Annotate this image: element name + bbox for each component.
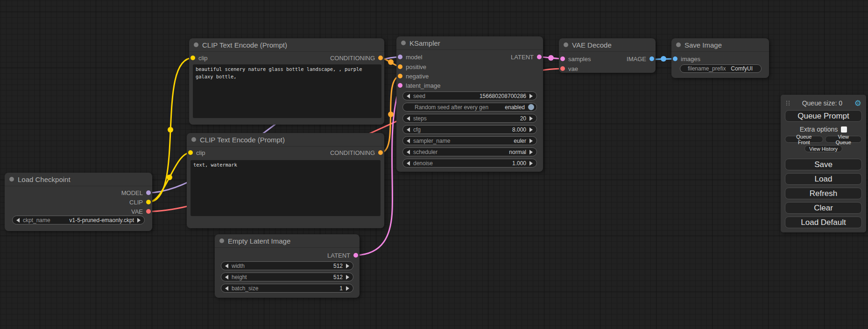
decrement-arrow-icon[interactable] xyxy=(225,286,228,291)
decrement-arrow-icon[interactable] xyxy=(407,139,410,143)
queue-front-button[interactable]: Queue Front xyxy=(785,136,823,143)
node-titlebar[interactable]: Empty Latent Image xyxy=(215,234,360,248)
node-title: CLIP Text Encode (Prompt) xyxy=(202,41,287,49)
positive-input-port[interactable] xyxy=(398,64,402,69)
input-row: positive xyxy=(398,62,426,71)
node-title: CLIP Text Encode (Prompt) xyxy=(200,136,285,144)
decrement-arrow-icon[interactable] xyxy=(407,94,410,98)
queue-size-label: Queue size: 0 xyxy=(790,99,854,107)
prompt-textarea[interactable]: text, watermark xyxy=(191,160,381,216)
output-row: CONDITIONING xyxy=(330,53,383,63)
node-titlebar[interactable]: CLIP Text Encode (Prompt) xyxy=(187,133,384,147)
collapse-dot-icon[interactable] xyxy=(676,42,681,47)
random-seed-toggle-widget[interactable]: Random seed after every gen enabled xyxy=(402,103,537,112)
refresh-button[interactable]: Refresh xyxy=(785,188,862,199)
gear-icon[interactable]: ⚙ xyxy=(854,99,861,107)
samples-input-port[interactable] xyxy=(560,56,565,61)
node-empty-latent-image[interactable]: Empty Latent Image LATENT width 512 heig… xyxy=(215,234,360,298)
collapse-dot-icon[interactable] xyxy=(219,238,224,243)
node-save-image[interactable]: Save Image images filename_prefix ComfyU… xyxy=(671,38,769,78)
view-history-button[interactable]: View History xyxy=(804,145,842,152)
cfg-widget[interactable]: cfg 8.000 xyxy=(402,125,537,134)
conditioning-output-port[interactable] xyxy=(378,150,383,155)
collapse-dot-icon[interactable] xyxy=(9,177,14,182)
collapse-dot-icon[interactable] xyxy=(564,42,568,47)
seed-widget[interactable]: seed 156680208700286 xyxy=(402,91,537,100)
increment-arrow-icon[interactable] xyxy=(529,127,533,132)
decrement-arrow-icon[interactable] xyxy=(407,116,410,121)
node-vae-decode[interactable]: VAE Decode samples IMAGE vae xyxy=(559,38,656,73)
extra-options-checkbox[interactable] xyxy=(841,126,847,133)
sampler-name-widget[interactable]: sampler_name euler xyxy=(402,136,537,145)
increment-arrow-icon[interactable] xyxy=(137,218,141,223)
clip-input-port[interactable] xyxy=(191,56,195,60)
node-load-checkpoint[interactable]: Load Checkpoint MODEL CLIP VAE ckpt_name… xyxy=(5,173,152,231)
node-titlebar[interactable]: Save Image xyxy=(671,38,769,52)
images-input-port[interactable] xyxy=(673,56,677,61)
image-output-port[interactable] xyxy=(649,56,654,61)
increment-arrow-icon[interactable] xyxy=(346,286,349,291)
collapse-dot-icon[interactable] xyxy=(191,137,196,142)
denoise-widget[interactable]: denoise 1.000 xyxy=(402,159,537,168)
latent-output-port[interactable] xyxy=(353,253,358,258)
clear-button[interactable]: Clear xyxy=(785,202,862,214)
scheduler-widget[interactable]: scheduler normal xyxy=(402,147,537,156)
node-ksampler[interactable]: KSampler model LATENT positive negative … xyxy=(396,36,543,172)
input-row: vae xyxy=(560,64,578,73)
increment-arrow-icon[interactable] xyxy=(529,116,533,121)
increment-arrow-icon[interactable] xyxy=(346,264,349,268)
history-button-row: View History xyxy=(785,145,862,152)
decrement-arrow-icon[interactable] xyxy=(16,218,20,223)
height-widget[interactable]: height 512 xyxy=(221,273,353,281)
widget-value: 20 xyxy=(520,115,526,122)
toggle-knob-icon[interactable] xyxy=(528,104,534,110)
node-titlebar[interactable]: Load Checkpoint xyxy=(5,173,152,186)
queue-menu-panel: Queue size: 0 ⚙ Queue Prompt Extra optio… xyxy=(781,95,866,232)
model-input-port[interactable] xyxy=(398,55,402,59)
negative-input-port[interactable] xyxy=(398,74,402,78)
node-title: KSampler xyxy=(409,39,440,47)
increment-arrow-icon[interactable] xyxy=(529,161,533,166)
node-title: VAE Decode xyxy=(572,41,612,49)
steps-widget[interactable]: steps 20 xyxy=(402,114,537,123)
drag-handle-icon[interactable] xyxy=(786,101,790,105)
save-button[interactable]: Save xyxy=(785,159,862,170)
node-titlebar[interactable]: KSampler xyxy=(396,36,543,50)
decrement-arrow-icon[interactable] xyxy=(407,127,410,132)
decrement-arrow-icon[interactable] xyxy=(407,150,410,154)
menu-header: Queue size: 0 ⚙ xyxy=(785,98,862,108)
width-widget[interactable]: width 512 xyxy=(221,261,353,270)
clip-input-port[interactable] xyxy=(188,150,193,155)
filename-prefix-widget[interactable]: filename_prefix ComfyUI xyxy=(680,64,762,73)
view-queue-button[interactable]: View Queue xyxy=(825,136,862,143)
collapse-dot-icon[interactable] xyxy=(401,41,406,45)
increment-arrow-icon[interactable] xyxy=(529,139,533,143)
clip-output-port[interactable] xyxy=(146,200,151,204)
ckpt-name-widget[interactable]: ckpt_name v1-5-pruned-emaonly.ckpt xyxy=(12,216,145,224)
node-clip-text-encode-negative[interactable]: CLIP Text Encode (Prompt) clip CONDITION… xyxy=(187,133,384,228)
latent-image-input-port[interactable] xyxy=(398,83,402,88)
load-button[interactable]: Load xyxy=(785,173,862,185)
node-titlebar[interactable]: CLIP Text Encode (Prompt) xyxy=(189,38,384,52)
conditioning-output-port[interactable] xyxy=(378,56,383,60)
batch-size-widget[interactable]: batch_size 1 xyxy=(221,284,353,293)
latent-output-port[interactable] xyxy=(537,55,542,59)
vae-output-port[interactable] xyxy=(146,209,151,214)
queue-prompt-button[interactable]: Queue Prompt xyxy=(785,110,862,122)
decrement-arrow-icon[interactable] xyxy=(225,264,228,268)
prompt-textarea[interactable]: beautiful scenery nature glass bottle la… xyxy=(193,64,381,118)
vae-input-port[interactable] xyxy=(560,66,565,71)
graph-canvas[interactable]: Load Checkpoint MODEL CLIP VAE ckpt_name… xyxy=(0,0,868,329)
load-default-button[interactable]: Load Default xyxy=(785,217,862,228)
port-label: LATENT xyxy=(327,252,350,259)
node-clip-text-encode-positive[interactable]: CLIP Text Encode (Prompt) clip CONDITION… xyxy=(189,38,384,125)
link-midpoint-dot xyxy=(167,175,172,180)
increment-arrow-icon[interactable] xyxy=(529,150,533,154)
decrement-arrow-icon[interactable] xyxy=(225,275,228,280)
model-output-port[interactable] xyxy=(146,190,151,195)
increment-arrow-icon[interactable] xyxy=(346,275,349,280)
collapse-dot-icon[interactable] xyxy=(194,42,198,47)
increment-arrow-icon[interactable] xyxy=(529,94,533,98)
decrement-arrow-icon[interactable] xyxy=(407,161,410,166)
node-titlebar[interactable]: VAE Decode xyxy=(559,38,656,52)
